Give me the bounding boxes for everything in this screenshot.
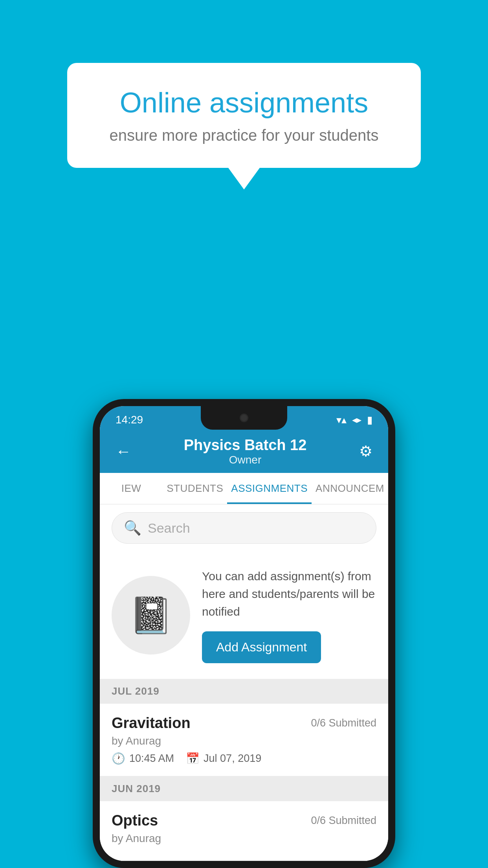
phone-notch [201, 406, 287, 430]
tab-iew[interactable]: IEW [100, 473, 163, 504]
assignment-author: by Anurag [112, 735, 376, 747]
speech-bubble: Online assignments ensure more practice … [67, 63, 421, 168]
calendar-icon: 📅 [186, 752, 200, 765]
tab-assignments[interactable]: ASSIGNMENTS [227, 473, 312, 504]
status-time: 14:29 [116, 414, 143, 426]
speech-bubble-container: Online assignments ensure more practice … [67, 63, 421, 189]
date-meta: 📅 Jul 07, 2019 [186, 752, 261, 765]
tab-students[interactable]: STUDENTS [163, 473, 227, 504]
back-button[interactable]: ← [116, 443, 131, 460]
assignment-name: Gravitation [112, 715, 191, 732]
promo-area: 📓 You can add assignment(s) from here an… [100, 552, 388, 679]
search-placeholder: Search [148, 520, 190, 536]
header-subtitle: Owner [184, 454, 307, 466]
phone-frame: 14:29 ▾▴ ◂▸ ▮ ← Physics Batch 12 Owner ⚙ [93, 399, 395, 868]
tab-bar: IEW STUDENTS ASSIGNMENTS ANNOUNCEM [100, 473, 388, 504]
settings-icon[interactable]: ⚙ [359, 443, 372, 460]
header-title: Physics Batch 12 [184, 437, 307, 454]
status-icons: ▾▴ ◂▸ ▮ [336, 414, 372, 426]
notebook-icon: 📓 [129, 595, 173, 636]
speech-bubble-subtitle: ensure more practice for your students [99, 127, 389, 144]
time-meta: 🕐 10:45 AM [112, 752, 174, 765]
assignment-row1: Gravitation 0/6 Submitted [112, 715, 376, 732]
signal-icon: ◂▸ [352, 414, 361, 425]
assignment-date: Jul 07, 2019 [204, 752, 261, 765]
assignment-item-gravitation[interactable]: Gravitation 0/6 Submitted by Anurag 🕐 10… [100, 704, 388, 776]
assignment-meta: 🕐 10:45 AM 📅 Jul 07, 2019 [112, 752, 376, 765]
speech-bubble-tail [228, 168, 260, 189]
submitted-badge: 0/6 Submitted [311, 717, 376, 729]
speech-bubble-title: Online assignments [99, 86, 389, 119]
optics-submitted: 0/6 Submitted [311, 815, 376, 827]
phone-camera [240, 414, 248, 422]
wifi-icon: ▾▴ [336, 414, 347, 426]
search-icon: 🔍 [124, 520, 141, 536]
optics-author: by Anurag [112, 832, 376, 845]
battery-icon: ▮ [367, 414, 372, 426]
header-center: Physics Batch 12 Owner [184, 437, 307, 466]
promo-content: You can add assignment(s) from here and … [202, 567, 376, 663]
search-bar[interactable]: 🔍 Search [112, 512, 376, 544]
tab-announcements[interactable]: ANNOUNCEM [312, 473, 388, 504]
assignment-time: 10:45 AM [129, 752, 174, 765]
section-header-jun: JUN 2019 [100, 776, 388, 801]
search-container: 🔍 Search [100, 504, 388, 552]
phone-screen: 14:29 ▾▴ ◂▸ ▮ ← Physics Batch 12 Owner ⚙ [100, 406, 388, 861]
section-header-jul: JUL 2019 [100, 679, 388, 704]
assignment-item-optics[interactable]: Optics 0/6 Submitted by Anurag [100, 801, 388, 861]
add-assignment-button[interactable]: Add Assignment [202, 631, 321, 663]
optics-name: Optics [112, 812, 158, 829]
optics-row1: Optics 0/6 Submitted [112, 812, 376, 829]
clock-icon: 🕐 [112, 752, 125, 765]
app-header: ← Physics Batch 12 Owner ⚙ [100, 430, 388, 473]
promo-icon-circle: 📓 [112, 576, 190, 655]
phone-container: 14:29 ▾▴ ◂▸ ▮ ← Physics Batch 12 Owner ⚙ [93, 399, 395, 868]
promo-text: You can add assignment(s) from here and … [202, 567, 376, 620]
